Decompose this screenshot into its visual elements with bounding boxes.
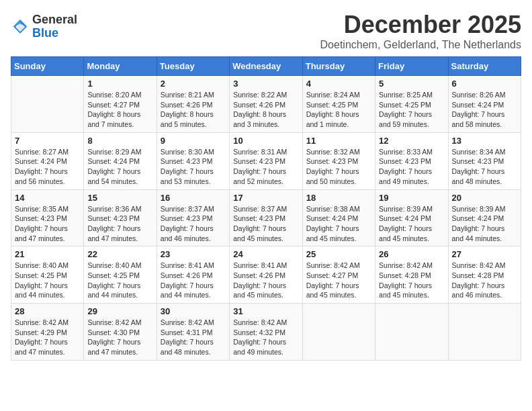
logo: General Blue	[11, 13, 77, 40]
calendar-cell: 16Sunrise: 8:37 AMSunset: 4:23 PMDayligh…	[157, 189, 229, 246]
cell-content: Sunrise: 8:42 AMSunset: 4:30 PMDaylight:…	[87, 318, 152, 357]
cell-content: Sunrise: 8:39 AMSunset: 4:24 PMDaylight:…	[452, 204, 517, 244]
day-number: 23	[161, 249, 226, 259]
day-header-thursday: Thursday	[302, 57, 375, 76]
calendar-cell: 12Sunrise: 8:33 AMSunset: 4:23 PMDayligh…	[375, 132, 448, 189]
cell-content: Sunrise: 8:41 AMSunset: 4:26 PMDaylight:…	[161, 261, 226, 300]
calendar-week-5: 28Sunrise: 8:42 AMSunset: 4:29 PMDayligh…	[11, 304, 521, 361]
calendar-cell: 1Sunrise: 8:20 AMSunset: 4:27 PMDaylight…	[84, 76, 157, 133]
day-number: 24	[233, 249, 298, 259]
cell-content: Sunrise: 8:42 AMSunset: 4:27 PMDaylight:…	[306, 261, 371, 300]
cell-content: Sunrise: 8:39 AMSunset: 4:24 PMDaylight:…	[379, 204, 444, 244]
day-number: 26	[379, 249, 444, 259]
cell-content: Sunrise: 8:24 AMSunset: 4:25 PMDaylight:…	[306, 90, 371, 130]
day-header-monday: Monday	[84, 57, 157, 76]
calendar-cell: 18Sunrise: 8:38 AMSunset: 4:24 PMDayligh…	[302, 189, 375, 246]
day-number: 8	[87, 136, 152, 146]
calendar-cell: 20Sunrise: 8:39 AMSunset: 4:24 PMDayligh…	[448, 189, 521, 246]
calendar-cell	[448, 304, 521, 361]
cell-content: Sunrise: 8:34 AMSunset: 4:23 PMDaylight:…	[452, 147, 517, 187]
calendar-week-1: 1Sunrise: 8:20 AMSunset: 4:27 PMDaylight…	[11, 76, 521, 133]
cell-content: Sunrise: 8:32 AMSunset: 4:23 PMDaylight:…	[306, 147, 371, 187]
calendar-cell: 30Sunrise: 8:42 AMSunset: 4:31 PMDayligh…	[157, 304, 229, 361]
calendar-cell	[375, 304, 448, 361]
calendar-cell: 2Sunrise: 8:21 AMSunset: 4:26 PMDaylight…	[157, 76, 229, 133]
calendar-cell: 24Sunrise: 8:41 AMSunset: 4:26 PMDayligh…	[230, 246, 302, 304]
cell-content: Sunrise: 8:38 AMSunset: 4:24 PMDaylight:…	[306, 204, 371, 244]
calendar-cell: 28Sunrise: 8:42 AMSunset: 4:29 PMDayligh…	[11, 304, 84, 361]
month-title: December 2025	[320, 11, 521, 39]
calendar-cell: 3Sunrise: 8:22 AMSunset: 4:26 PMDaylight…	[230, 76, 302, 133]
cell-content: Sunrise: 8:29 AMSunset: 4:24 PMDaylight:…	[87, 147, 152, 187]
day-number: 27	[452, 249, 517, 259]
calendar-cell: 10Sunrise: 8:31 AMSunset: 4:23 PMDayligh…	[230, 132, 302, 189]
cell-content: Sunrise: 8:40 AMSunset: 4:25 PMDaylight:…	[15, 261, 80, 300]
cell-content: Sunrise: 8:42 AMSunset: 4:31 PMDaylight:…	[161, 318, 226, 357]
day-number: 7	[15, 136, 80, 146]
calendar-cell: 29Sunrise: 8:42 AMSunset: 4:30 PMDayligh…	[84, 304, 157, 361]
header: General Blue December 2025 Doetinchem, G…	[11, 11, 521, 51]
calendar-cell	[11, 76, 84, 133]
calendar-week-2: 7Sunrise: 8:27 AMSunset: 4:24 PMDaylight…	[11, 132, 521, 189]
day-number: 15	[87, 193, 152, 203]
day-number: 22	[87, 249, 152, 259]
calendar-header-row: SundayMondayTuesdayWednesdayThursdayFrid…	[11, 57, 521, 76]
logo-icon	[11, 17, 30, 36]
cell-content: Sunrise: 8:41 AMSunset: 4:26 PMDaylight:…	[233, 261, 298, 300]
calendar-cell: 22Sunrise: 8:40 AMSunset: 4:25 PMDayligh…	[84, 246, 157, 304]
cell-content: Sunrise: 8:33 AMSunset: 4:23 PMDaylight:…	[379, 147, 444, 187]
cell-content: Sunrise: 8:20 AMSunset: 4:27 PMDaylight:…	[87, 90, 152, 130]
calendar-cell: 27Sunrise: 8:42 AMSunset: 4:28 PMDayligh…	[448, 246, 521, 304]
cell-content: Sunrise: 8:42 AMSunset: 4:32 PMDaylight:…	[233, 318, 298, 357]
day-number: 10	[233, 136, 298, 146]
calendar-cell: 19Sunrise: 8:39 AMSunset: 4:24 PMDayligh…	[375, 189, 448, 246]
cell-content: Sunrise: 8:21 AMSunset: 4:26 PMDaylight:…	[161, 90, 226, 130]
day-number: 29	[87, 306, 152, 316]
cell-content: Sunrise: 8:35 AMSunset: 4:23 PMDaylight:…	[15, 204, 80, 244]
day-number: 12	[379, 136, 444, 146]
day-number: 25	[306, 249, 371, 259]
cell-content: Sunrise: 8:36 AMSunset: 4:23 PMDaylight:…	[87, 204, 152, 244]
cell-content: Sunrise: 8:27 AMSunset: 4:24 PMDaylight:…	[15, 147, 80, 187]
logo-text: General Blue	[32, 13, 77, 40]
calendar-cell: 11Sunrise: 8:32 AMSunset: 4:23 PMDayligh…	[302, 132, 375, 189]
day-number: 5	[379, 79, 444, 89]
calendar-week-3: 14Sunrise: 8:35 AMSunset: 4:23 PMDayligh…	[11, 189, 521, 246]
cell-content: Sunrise: 8:30 AMSunset: 4:23 PMDaylight:…	[161, 147, 226, 187]
calendar-cell: 4Sunrise: 8:24 AMSunset: 4:25 PMDaylight…	[302, 76, 375, 133]
calendar-cell: 17Sunrise: 8:37 AMSunset: 4:23 PMDayligh…	[230, 189, 302, 246]
calendar-cell: 25Sunrise: 8:42 AMSunset: 4:27 PMDayligh…	[302, 246, 375, 304]
cell-content: Sunrise: 8:42 AMSunset: 4:28 PMDaylight:…	[452, 261, 517, 300]
cell-content: Sunrise: 8:37 AMSunset: 4:23 PMDaylight:…	[233, 204, 298, 244]
cell-content: Sunrise: 8:22 AMSunset: 4:26 PMDaylight:…	[233, 90, 298, 130]
logo-blue: Blue	[32, 27, 77, 40]
day-number: 30	[161, 306, 226, 316]
day-number: 14	[15, 193, 80, 203]
calendar-week-4: 21Sunrise: 8:40 AMSunset: 4:25 PMDayligh…	[11, 246, 521, 304]
day-number: 19	[379, 193, 444, 203]
cell-content: Sunrise: 8:37 AMSunset: 4:23 PMDaylight:…	[161, 204, 226, 244]
cell-content: Sunrise: 8:42 AMSunset: 4:28 PMDaylight:…	[379, 261, 444, 300]
calendar-cell: 14Sunrise: 8:35 AMSunset: 4:23 PMDayligh…	[11, 189, 84, 246]
calendar-cell	[302, 304, 375, 361]
logo-general: General	[32, 13, 77, 27]
day-number: 28	[15, 306, 80, 316]
day-header-tuesday: Tuesday	[157, 57, 229, 76]
calendar-cell: 8Sunrise: 8:29 AMSunset: 4:24 PMDaylight…	[84, 132, 157, 189]
title-area: December 2025 Doetinchem, Gelderland, Th…	[320, 11, 521, 51]
calendar-cell: 5Sunrise: 8:25 AMSunset: 4:25 PMDaylight…	[375, 76, 448, 133]
day-number: 16	[161, 193, 226, 203]
day-header-sunday: Sunday	[11, 57, 84, 76]
calendar-cell: 6Sunrise: 8:26 AMSunset: 4:24 PMDaylight…	[448, 76, 521, 133]
day-number: 13	[452, 136, 517, 146]
day-number: 2	[161, 79, 226, 89]
location-subtitle: Doetinchem, Gelderland, The Netherlands	[320, 39, 521, 51]
day-number: 3	[233, 79, 298, 89]
day-header-wednesday: Wednesday	[230, 57, 302, 76]
cell-content: Sunrise: 8:31 AMSunset: 4:23 PMDaylight:…	[233, 147, 298, 187]
calendar-cell: 26Sunrise: 8:42 AMSunset: 4:28 PMDayligh…	[375, 246, 448, 304]
day-number: 4	[306, 79, 371, 89]
day-number: 17	[233, 193, 298, 203]
day-number: 20	[452, 193, 517, 203]
cell-content: Sunrise: 8:25 AMSunset: 4:25 PMDaylight:…	[379, 90, 444, 130]
